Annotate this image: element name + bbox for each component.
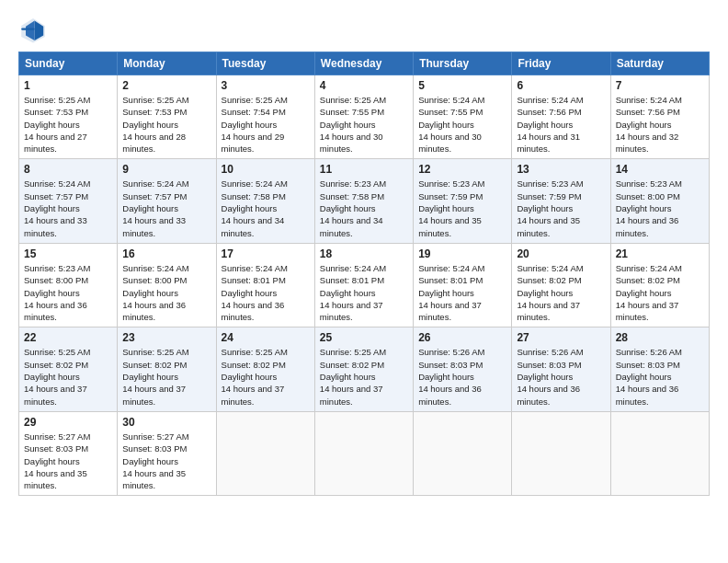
day-info: Sunrise: 5:27 AMSunset: 8:03 PMDaylight … [24,431,112,491]
day-number: 5 [418,79,506,92]
day-cell-13: 13Sunrise: 5:23 AMSunset: 7:59 PMDayligh… [512,159,610,243]
day-cell-23: 23Sunrise: 5:25 AMSunset: 8:02 PMDayligh… [118,327,216,411]
calendar-table: SundayMondayTuesdayWednesdayThursdayFrid… [18,52,710,496]
calendar-week-3: 22Sunrise: 5:25 AMSunset: 8:02 PMDayligh… [19,327,710,411]
day-number: 6 [517,79,605,92]
day-cell-9: 9Sunrise: 5:24 AMSunset: 7:57 PMDaylight… [118,159,216,243]
day-info: Sunrise: 5:25 AMSunset: 7:53 PMDaylight … [122,94,210,155]
logo-icon [18,15,48,44]
day-info: Sunrise: 5:24 AMSunset: 7:56 PMDaylight … [517,94,605,155]
empty-cell-end [414,411,512,495]
calendar-week-2: 15Sunrise: 5:23 AMSunset: 8:00 PMDayligh… [19,243,710,327]
day-number: 19 [418,247,506,260]
day-number: 16 [122,247,210,260]
header-cell-saturday: Saturday [610,52,709,75]
page: SundayMondayTuesdayWednesdayThursdayFrid… [0,0,728,511]
day-number: 26 [418,331,506,344]
day-cell-21: 21Sunrise: 5:24 AMSunset: 8:02 PMDayligh… [610,243,709,327]
day-info: Sunrise: 5:25 AMSunset: 7:53 PMDaylight … [24,94,112,155]
day-info: Sunrise: 5:24 AMSunset: 7:57 PMDaylight … [24,178,112,238]
svg-rect-4 [21,28,34,29]
day-number: 2 [122,79,210,92]
day-cell-15: 15Sunrise: 5:23 AMSunset: 8:00 PMDayligh… [19,243,118,327]
empty-cell-end [512,411,610,495]
day-number: 17 [222,247,310,260]
day-info: Sunrise: 5:24 AMSunset: 7:58 PMDaylight … [222,178,310,238]
day-number: 14 [616,163,704,176]
header-row: SundayMondayTuesdayWednesdayThursdayFrid… [19,52,710,75]
day-info: Sunrise: 5:24 AMSunset: 7:56 PMDaylight … [616,94,704,155]
header-cell-thursday: Thursday [414,52,512,75]
header-cell-monday: Monday [118,52,216,75]
logo [18,15,51,44]
header-cell-sunday: Sunday [19,52,118,75]
day-info: Sunrise: 5:24 AMSunset: 8:01 PMDaylight … [320,262,408,323]
day-cell-5: 5Sunrise: 5:24 AMSunset: 7:55 PMDaylight… [414,75,512,159]
empty-cell-end [314,411,413,495]
day-number: 20 [517,247,605,260]
day-cell-2: 2Sunrise: 5:25 AMSunset: 7:53 PMDaylight… [118,75,216,159]
day-cell-14: 14Sunrise: 5:23 AMSunset: 8:00 PMDayligh… [610,159,709,243]
day-info: Sunrise: 5:26 AMSunset: 8:03 PMDaylight … [616,346,704,407]
day-cell-30: 30Sunrise: 5:27 AMSunset: 8:03 PMDayligh… [118,411,216,495]
day-number: 22 [24,331,112,344]
day-cell-24: 24Sunrise: 5:25 AMSunset: 8:02 PMDayligh… [216,327,314,411]
day-cell-27: 27Sunrise: 5:26 AMSunset: 8:03 PMDayligh… [512,327,610,411]
day-cell-16: 16Sunrise: 5:24 AMSunset: 8:00 PMDayligh… [118,243,216,327]
day-info: Sunrise: 5:26 AMSunset: 8:03 PMDaylight … [418,346,506,407]
day-info: Sunrise: 5:25 AMSunset: 7:54 PMDaylight … [222,94,310,155]
header-cell-friday: Friday [512,52,610,75]
day-info: Sunrise: 5:26 AMSunset: 8:03 PMDaylight … [517,346,605,407]
day-info: Sunrise: 5:23 AMSunset: 7:58 PMDaylight … [320,178,408,238]
day-number: 10 [222,163,310,176]
day-info: Sunrise: 5:25 AMSunset: 8:02 PMDaylight … [122,346,210,407]
calendar-week-0: 1Sunrise: 5:25 AMSunset: 7:53 PMDaylight… [19,75,710,159]
day-cell-7: 7Sunrise: 5:24 AMSunset: 7:56 PMDaylight… [610,75,709,159]
day-number: 15 [24,247,112,260]
day-number: 1 [24,79,112,92]
day-info: Sunrise: 5:24 AMSunset: 7:55 PMDaylight … [418,94,506,155]
day-number: 13 [517,163,605,176]
day-info: Sunrise: 5:24 AMSunset: 8:00 PMDaylight … [122,262,210,323]
day-info: Sunrise: 5:23 AMSunset: 8:00 PMDaylight … [24,262,112,323]
day-number: 7 [616,79,704,92]
day-number: 9 [122,163,210,176]
day-number: 30 [122,416,210,429]
day-info: Sunrise: 5:24 AMSunset: 7:57 PMDaylight … [122,178,210,238]
calendar-week-1: 8Sunrise: 5:24 AMSunset: 7:57 PMDaylight… [19,159,710,243]
day-number: 11 [320,163,408,176]
empty-cell-end [610,411,709,495]
day-cell-10: 10Sunrise: 5:24 AMSunset: 7:58 PMDayligh… [216,159,314,243]
calendar-body: 1Sunrise: 5:25 AMSunset: 7:53 PMDaylight… [19,75,710,496]
day-info: Sunrise: 5:25 AMSunset: 8:02 PMDaylight … [24,346,112,407]
day-cell-1: 1Sunrise: 5:25 AMSunset: 7:53 PMDaylight… [19,75,118,159]
empty-cell-end [216,411,314,495]
day-cell-18: 18Sunrise: 5:24 AMSunset: 8:01 PMDayligh… [314,243,413,327]
day-number: 27 [517,331,605,344]
day-info: Sunrise: 5:27 AMSunset: 8:03 PMDaylight … [122,431,210,491]
day-cell-19: 19Sunrise: 5:24 AMSunset: 8:01 PMDayligh… [414,243,512,327]
day-info: Sunrise: 5:24 AMSunset: 8:01 PMDaylight … [418,262,506,323]
day-cell-4: 4Sunrise: 5:25 AMSunset: 7:55 PMDaylight… [314,75,413,159]
day-cell-6: 6Sunrise: 5:24 AMSunset: 7:56 PMDaylight… [512,75,610,159]
day-number: 18 [320,247,408,260]
day-info: Sunrise: 5:23 AMSunset: 8:00 PMDaylight … [616,178,704,238]
day-cell-22: 22Sunrise: 5:25 AMSunset: 8:02 PMDayligh… [19,327,118,411]
day-cell-28: 28Sunrise: 5:26 AMSunset: 8:03 PMDayligh… [610,327,709,411]
header-cell-wednesday: Wednesday [314,52,413,75]
day-info: Sunrise: 5:25 AMSunset: 8:02 PMDaylight … [222,346,310,407]
day-number: 12 [418,163,506,176]
day-number: 29 [24,416,112,429]
day-number: 28 [616,331,704,344]
day-number: 24 [222,331,310,344]
day-cell-3: 3Sunrise: 5:25 AMSunset: 7:54 PMDaylight… [216,75,314,159]
day-info: Sunrise: 5:24 AMSunset: 8:01 PMDaylight … [222,262,310,323]
header [18,15,710,44]
day-info: Sunrise: 5:23 AMSunset: 7:59 PMDaylight … [517,178,605,238]
day-cell-8: 8Sunrise: 5:24 AMSunset: 7:57 PMDaylight… [19,159,118,243]
header-cell-tuesday: Tuesday [216,52,314,75]
day-info: Sunrise: 5:25 AMSunset: 8:02 PMDaylight … [320,346,408,407]
day-info: Sunrise: 5:24 AMSunset: 8:02 PMDaylight … [517,262,605,323]
day-number: 8 [24,163,112,176]
day-number: 4 [320,79,408,92]
